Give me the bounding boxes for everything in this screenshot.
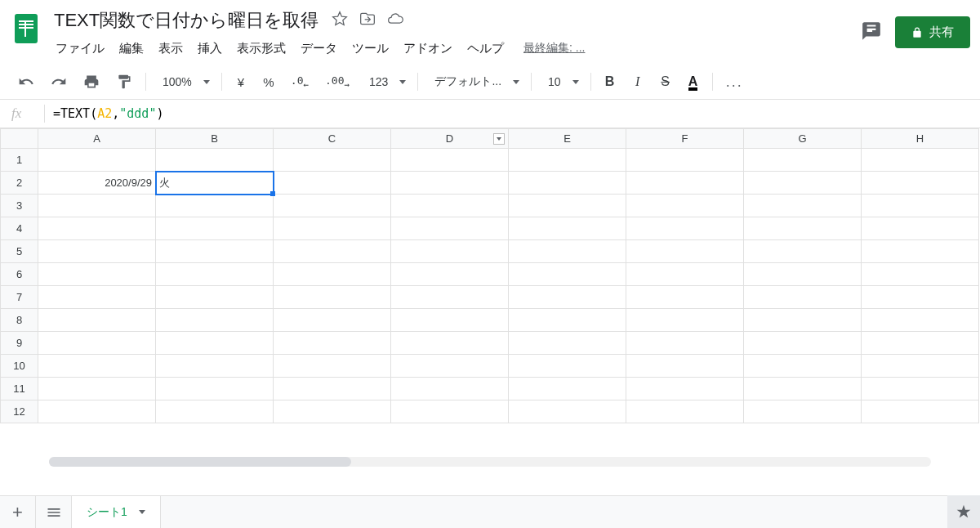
cell-B1[interactable] — [156, 149, 274, 172]
menu-data[interactable]: データ — [294, 38, 344, 60]
cell-H6[interactable] — [862, 263, 979, 286]
row-header-9[interactable]: 9 — [1, 332, 38, 355]
row-header-8[interactable]: 8 — [1, 309, 38, 332]
row-header-12[interactable]: 12 — [1, 400, 38, 423]
sheet-tab-1[interactable]: シート1 — [72, 496, 161, 529]
cell-G7[interactable] — [744, 286, 862, 309]
row-header-2[interactable]: 2 — [1, 172, 38, 195]
formula-bar[interactable]: fx =TEXT(A2,"ddd") — [0, 100, 980, 128]
cell-A5[interactable] — [38, 240, 156, 263]
cell-H12[interactable] — [862, 400, 979, 423]
more-toolbar-button[interactable]: ... — [719, 69, 750, 94]
cell-H1[interactable] — [862, 149, 979, 172]
cell-F7[interactable] — [626, 286, 744, 309]
font-size-dropdown[interactable]: 10 — [538, 72, 584, 92]
row-header-7[interactable]: 7 — [1, 286, 38, 309]
cell-F10[interactable] — [626, 355, 744, 378]
spreadsheet-grid[interactable]: ABCDEFGH 122020/9/29火3456789101112 — [0, 128, 979, 423]
cell-B7[interactable] — [156, 286, 274, 309]
cell-E9[interactable] — [509, 332, 626, 355]
menu-format[interactable]: 表示形式 — [230, 38, 292, 60]
cell-D4[interactable] — [391, 217, 509, 240]
cell-F1[interactable] — [626, 149, 744, 172]
cell-B9[interactable] — [156, 332, 274, 355]
column-header-D[interactable]: D — [391, 129, 509, 149]
cell-C1[interactable] — [274, 149, 391, 172]
cell-B3[interactable] — [156, 195, 274, 217]
cell-E2[interactable] — [509, 172, 626, 195]
cell-C3[interactable] — [274, 195, 391, 217]
menu-help[interactable]: ヘルプ — [461, 38, 510, 60]
undo-button[interactable] — [11, 69, 41, 94]
cell-F8[interactable] — [626, 309, 744, 332]
menu-edit[interactable]: 編集 — [113, 38, 150, 60]
cell-G3[interactable] — [744, 195, 862, 217]
cell-E6[interactable] — [509, 263, 626, 286]
all-sheets-button[interactable] — [36, 496, 72, 529]
cell-F9[interactable] — [626, 332, 744, 355]
explore-button[interactable] — [947, 495, 980, 528]
cell-B2[interactable]: 火 — [156, 172, 274, 195]
document-title[interactable]: TEXT関数で日付から曜日を取得 — [49, 7, 323, 34]
cell-D6[interactable] — [391, 263, 509, 286]
cell-H4[interactable] — [862, 217, 979, 240]
cell-A1[interactable] — [38, 149, 156, 172]
decrease-decimal-button[interactable]: .0← — [284, 69, 315, 94]
cell-H10[interactable] — [862, 355, 979, 378]
cell-B8[interactable] — [156, 309, 274, 332]
text-color-button[interactable]: A — [681, 69, 706, 94]
cell-A7[interactable] — [38, 286, 156, 309]
cell-A8[interactable] — [38, 309, 156, 332]
sheets-logo[interactable] — [10, 7, 42, 51]
cell-G12[interactable] — [744, 400, 862, 423]
menu-addons[interactable]: アドオン — [397, 38, 459, 60]
bold-button[interactable]: B — [598, 69, 622, 94]
column-header-E[interactable]: E — [509, 129, 626, 149]
print-button[interactable] — [77, 69, 106, 94]
cell-D2[interactable] — [391, 172, 509, 195]
add-sheet-button[interactable]: + — [0, 496, 36, 529]
select-all-corner[interactable] — [1, 129, 38, 149]
cell-G2[interactable] — [744, 172, 862, 195]
cell-G5[interactable] — [744, 240, 862, 263]
formula-input[interactable]: =TEXT(A2,"ddd") — [53, 106, 163, 121]
italic-button[interactable]: I — [626, 69, 650, 94]
cell-B6[interactable] — [156, 263, 274, 286]
comments-icon[interactable] — [861, 20, 882, 45]
cell-G1[interactable] — [744, 149, 862, 172]
cell-D7[interactable] — [391, 286, 509, 309]
cell-H5[interactable] — [862, 240, 979, 263]
last-edit-link[interactable]: 最終編集: ... — [520, 38, 588, 60]
cell-G10[interactable] — [744, 355, 862, 378]
cell-F5[interactable] — [626, 240, 744, 263]
cell-E3[interactable] — [509, 195, 626, 217]
menu-file[interactable]: ファイル — [49, 38, 111, 60]
cell-E8[interactable] — [509, 309, 626, 332]
cell-C5[interactable] — [274, 240, 391, 263]
cell-D12[interactable] — [391, 400, 509, 423]
cell-E10[interactable] — [509, 355, 626, 378]
cell-E1[interactable] — [509, 149, 626, 172]
cell-D8[interactable] — [391, 309, 509, 332]
cell-B4[interactable] — [156, 217, 274, 240]
cell-D3[interactable] — [391, 195, 509, 217]
cell-C4[interactable] — [274, 217, 391, 240]
cell-C2[interactable] — [274, 172, 391, 195]
cell-H9[interactable] — [862, 332, 979, 355]
horizontal-scrollbar[interactable] — [49, 457, 931, 467]
cell-D11[interactable] — [391, 378, 509, 400]
cell-A4[interactable] — [38, 217, 156, 240]
share-button[interactable]: 共有 — [895, 16, 970, 48]
column-header-F[interactable]: F — [626, 129, 744, 149]
cell-H2[interactable] — [862, 172, 979, 195]
column-header-G[interactable]: G — [744, 129, 862, 149]
cell-F2[interactable] — [626, 172, 744, 195]
row-header-11[interactable]: 11 — [1, 378, 38, 400]
cell-G6[interactable] — [744, 263, 862, 286]
cell-A11[interactable] — [38, 378, 156, 400]
cell-D9[interactable] — [391, 332, 509, 355]
cell-F4[interactable] — [626, 217, 744, 240]
cell-H3[interactable] — [862, 195, 979, 217]
cell-G4[interactable] — [744, 217, 862, 240]
cell-A2[interactable]: 2020/9/29 — [38, 172, 156, 195]
